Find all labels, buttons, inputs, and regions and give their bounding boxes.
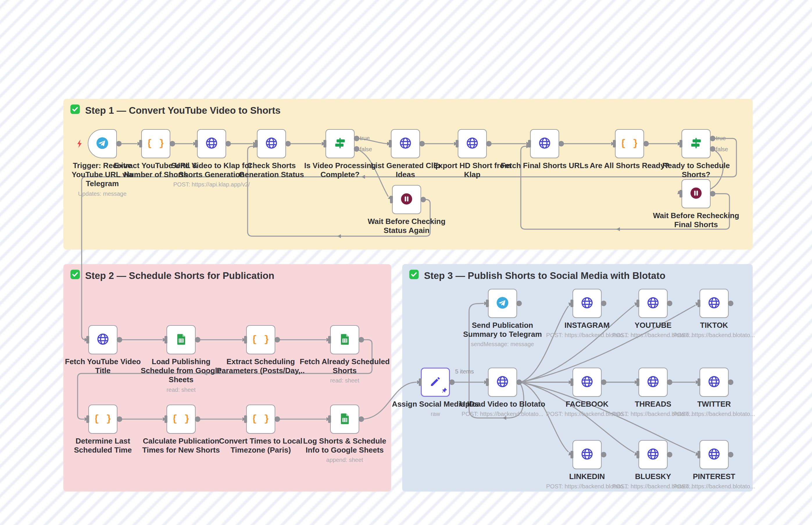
globe-icon — [538, 136, 551, 151]
globe-icon — [466, 136, 479, 151]
node-box[interactable] — [88, 325, 118, 354]
node-fetch-youtube-video-title[interactable]: Fetch YouTube Video Title — [88, 325, 118, 354]
node-calculate-publication-times-for-new-shorts[interactable]: { } Calculate Publication Times for New … — [167, 405, 196, 434]
node-youtube[interactable]: YOUTUBE POST: https://backend.blotato... — [639, 289, 668, 318]
node-box[interactable] — [391, 129, 420, 158]
connection-wire[interactable] — [520, 382, 696, 453]
connection-wire[interactable] — [78, 340, 372, 419]
node-box[interactable] — [167, 325, 196, 354]
node-wait-before-checking-status-again[interactable]: Wait Before Checking Status Again — [392, 185, 421, 214]
globe-icon — [707, 375, 721, 389]
node-instagram[interactable]: INSTAGRAM POST: https://backend.blotato.… — [573, 289, 602, 318]
node-box[interactable]: { } — [167, 405, 196, 434]
node-box[interactable] — [682, 129, 710, 158]
node-box[interactable] — [488, 368, 517, 397]
node-twitter[interactable]: TWITTER POST: https://backend.blotato... — [700, 368, 729, 397]
globe-icon — [265, 136, 278, 151]
node-box[interactable] — [639, 440, 668, 469]
node-send-video-to-klap-for-shorts-generation[interactable]: Send Video to Klap for Shorts Generation… — [197, 129, 226, 158]
node-box[interactable] — [682, 179, 710, 208]
node-box[interactable]: { } — [246, 325, 275, 354]
node-box[interactable] — [573, 289, 602, 318]
node-box[interactable] — [700, 440, 729, 469]
node-box[interactable] — [392, 185, 421, 214]
node-send-publication-summary-to-telegram[interactable]: Send Publication Summary to Telegram sen… — [488, 289, 517, 318]
node-are-all-shorts-ready[interactable]: { } Are All Shorts Ready? — [615, 129, 644, 158]
node-list-generated-clip-ideas[interactable]: List Generated Clip Ideas — [391, 129, 420, 158]
node-box[interactable]: { } — [246, 405, 275, 434]
node-box[interactable] — [573, 368, 602, 397]
node-box[interactable] — [197, 129, 226, 158]
svg-text:{ }: { } — [95, 413, 110, 424]
node-threads[interactable]: THREADS POST: https://backend.blotato... — [639, 368, 668, 397]
sheets-icon — [175, 333, 187, 346]
node-box[interactable] — [700, 289, 729, 318]
globe-icon — [96, 332, 110, 347]
node-is-video-processing-complete[interactable]: Is Video Processing Complete? — [326, 129, 355, 158]
globe-icon — [399, 136, 412, 151]
node-ready-to-schedule-shorts[interactable]: Ready to Schedule Shorts? — [682, 129, 710, 158]
connection-wire[interactable] — [357, 149, 388, 197]
svg-text:{ }: { } — [253, 334, 268, 345]
node-convert-times-to-local-timezone-paris[interactable]: { } Convert Times to Local Timezone (Par… — [246, 405, 275, 434]
node-check-shorts-generation-status[interactable]: Check Shorts Generation Status — [257, 129, 286, 158]
node-box[interactable] — [257, 129, 286, 158]
node-box[interactable] — [458, 129, 487, 158]
node-facebook[interactable]: FACEBOOK POST: https://backend.blotato..… — [573, 368, 602, 397]
node-box[interactable] — [330, 325, 359, 354]
globe-icon — [646, 447, 660, 462]
node-trigger-receive-youtube-url-via-telegram[interactable]: Trigger: Receive YouTube URL via Telegra… — [88, 129, 117, 158]
braces-icon: { } — [173, 413, 189, 425]
globe-icon — [205, 136, 218, 151]
node-fetch-final-shorts-urls[interactable]: Fetch Final Shorts URLs — [530, 129, 559, 158]
node-fetch-already-scheduled-shorts[interactable]: Fetch Already Scheduled Shorts read: she… — [330, 325, 359, 354]
node-linkedin[interactable]: LINKEDIN POST: https://backend.blotato..… — [573, 440, 602, 469]
connection-wire[interactable] — [357, 138, 387, 144]
node-box[interactable]: { } — [141, 129, 170, 158]
globe-icon — [707, 447, 721, 462]
node-log-shorts-and-schedule-info-to-google-sheets[interactable]: Log Shorts & Schedule Info to Google She… — [330, 405, 359, 434]
node-wait-before-rechecking-final-shorts[interactable]: Wait Before Rechecking Final Shorts — [682, 179, 710, 208]
node-box[interactable] — [639, 289, 668, 318]
switch-icon — [334, 137, 346, 151]
node-box[interactable]: { } — [615, 129, 644, 158]
globe-icon — [580, 296, 594, 311]
node-bluesky[interactable]: BLUESKY POST: https://backend.blotato... — [639, 440, 668, 469]
node-box[interactable] — [700, 368, 729, 397]
node-export-hd-short-from-klap[interactable]: Export HD Short from Klap — [458, 129, 487, 158]
sheets-icon — [339, 412, 351, 426]
globe-icon — [580, 447, 594, 462]
node-pinterest[interactable]: PINTEREST POST: https://backend.blotato.… — [700, 440, 729, 469]
connection-wire-layer — [0, 0, 812, 525]
connection-wire[interactable] — [469, 303, 524, 418]
node-determine-last-scheduled-time[interactable]: { } Determine Last Scheduled Time — [88, 405, 118, 434]
connection-wire[interactable] — [520, 305, 696, 382]
node-box[interactable] — [488, 289, 517, 318]
node-upload-video-to-blotato[interactable]: Upload Video to Blotato POST: https://ba… — [488, 368, 517, 397]
connection-wire[interactable] — [520, 382, 568, 452]
node-box[interactable] — [88, 129, 117, 158]
node-box[interactable]: { } — [88, 405, 118, 434]
svg-text:{ }: { } — [622, 138, 637, 149]
telegram-icon — [95, 136, 109, 151]
node-box[interactable] — [330, 405, 359, 434]
globe-icon — [646, 296, 660, 311]
pushpin-icon — [441, 387, 448, 395]
braces-icon: { } — [148, 138, 163, 150]
sheets-icon — [339, 333, 351, 346]
node-load-publishing-schedule-from-google-sheets[interactable]: Load Publishing Schedule from Google She… — [167, 325, 196, 354]
globe-icon — [496, 375, 509, 389]
node-extract-scheduling-parameters[interactable]: { } Extract Scheduling Parameters (Posts… — [246, 325, 275, 354]
node-box[interactable] — [326, 129, 355, 158]
node-extract-youtube-url-and-number-of-shorts[interactable]: { } Extract YouTube URL & Number of Shor… — [141, 129, 170, 158]
node-tiktok[interactable]: TIKTOK POST: https://backend.blotato... — [700, 289, 729, 318]
node-assign-social-media-ids[interactable]: Assign Social Media IDs raw — [421, 368, 450, 397]
svg-text:{ }: { } — [148, 138, 163, 149]
pencil-icon — [429, 375, 442, 389]
node-box[interactable] — [421, 368, 450, 397]
connection-wire[interactable] — [361, 382, 417, 419]
svg-text:{ }: { } — [173, 413, 189, 424]
node-box[interactable] — [639, 368, 668, 397]
node-box[interactable] — [530, 129, 559, 158]
node-box[interactable] — [573, 440, 602, 469]
